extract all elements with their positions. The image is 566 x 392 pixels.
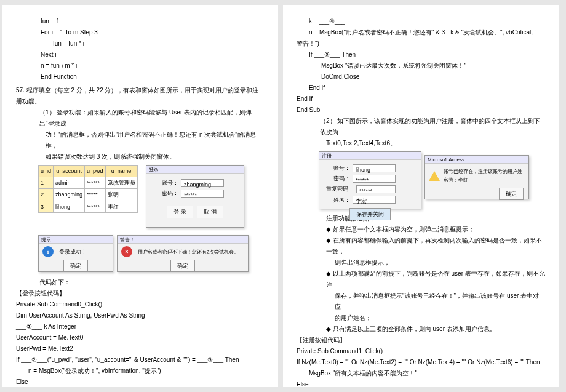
code: MsgBox "所有文本框的内容不能为空！" bbox=[309, 370, 417, 377]
bullet-icon: ◆ bbox=[326, 326, 333, 332]
exists-text: 账号已经存在，注册该账号的用户姓名为：李红 bbox=[444, 167, 525, 185]
user-table-and-login-image: u_id u_account u_pwd u_name 1admin******… bbox=[38, 165, 247, 233]
label-password: 密码： bbox=[324, 174, 353, 183]
b1: 如果任意一个文本框内容为空，则弹出消息框提示； bbox=[333, 226, 474, 233]
p2b: Text0,Text2,Text4,Text6。 bbox=[326, 138, 545, 149]
success-dialog: 提示 i 登录成功！ 确定 bbox=[38, 235, 113, 272]
login-titlebar: 登录 bbox=[146, 166, 244, 174]
success-titlebar: 提示 bbox=[39, 236, 113, 244]
th-name: u_name bbox=[105, 166, 137, 177]
b3c: 的用户姓名； bbox=[335, 314, 372, 321]
code: Else bbox=[16, 378, 28, 385]
p2a: （2） 如下图所示，该窗体实现的功能为用户注册，窗体中的四个文本框从上到下依次为 bbox=[320, 116, 545, 138]
code: n = MsgBox("用户名或者密码不正确！您还有" & 3 - k & "次… bbox=[309, 29, 536, 36]
warn-text: 用户名或者密码不正确！您还有2次尝试机会。 bbox=[138, 249, 239, 255]
b3a: 以上两项都满足的前提下，判断账号是否在 user 表中存在，如果存在，则不允许 bbox=[326, 270, 545, 288]
code: n = fun \ m * i bbox=[41, 62, 77, 69]
code: UserAccount = Me.Text0 bbox=[16, 334, 83, 341]
code-blank-2-3: If ___②___("u_pwd", "user", "u_account='… bbox=[16, 356, 239, 363]
th-acct: u_account bbox=[54, 166, 85, 177]
account-input[interactable]: zhangming bbox=[181, 179, 224, 187]
code-blank-4: k = ___④___ bbox=[309, 18, 345, 25]
code: UserPwd = Me.Text2 bbox=[16, 345, 73, 352]
reg-account-input[interactable]: lihong bbox=[353, 164, 396, 172]
user-table: u_id u_account u_pwd u_name 1admin******… bbox=[38, 165, 138, 213]
label-account: 账号： bbox=[324, 163, 353, 173]
q57-p1a: （1） 登录功能：如果输入的账号和密码能够与 User 表内的记录相匹配，则弹出… bbox=[39, 107, 265, 129]
b2a: 在所有内容都确保输入的前提下，再次检测两次输入的密码是否一致，如果不一致， bbox=[326, 237, 542, 255]
code-label: 代码如下： bbox=[39, 277, 265, 288]
right-page: k = ___④___ n = MsgBox("用户名或者密码不正确！您还有" … bbox=[283, 5, 559, 387]
code: End Sub bbox=[297, 106, 320, 113]
ok-button[interactable]: 确定 bbox=[499, 188, 524, 200]
code: For i = 1 To m Step 3 bbox=[41, 29, 98, 36]
warn-icon bbox=[429, 171, 440, 181]
q57-p1c: 如果错误次数达到 3 次，则系统强制关闭窗体。 bbox=[46, 151, 265, 162]
code: Next i bbox=[41, 51, 57, 58]
cancel-button[interactable]: 取 消 bbox=[197, 206, 223, 218]
ok-button[interactable]: 确定 bbox=[170, 260, 195, 272]
login-code-section: 【登录按钮代码】 bbox=[16, 288, 265, 299]
password-input[interactable]: ****** bbox=[181, 190, 224, 198]
ok-button[interactable]: 确定 bbox=[63, 260, 88, 272]
login-dialog: 登录 账号：zhangming 密码：****** 登 录 取 消 bbox=[146, 165, 244, 228]
register-dialog: 注册 账号：lihong 密码：****** 重复密码：****** 姓名：李宏… bbox=[319, 151, 421, 209]
q57-p1b: 功！"的消息框，否则弹出"用户名和密码不正确！您还有 n 次尝试机会"的消息框； bbox=[46, 129, 265, 151]
register-titlebar: 注册 bbox=[319, 152, 421, 160]
warn-dialog: 警告！ × 用户名或者密码不正确！您还有2次尝试机会。 确定 bbox=[117, 235, 249, 272]
code: MsgBox "错误已达最大次数，系统将强制关闭窗体！" bbox=[321, 62, 466, 69]
code: End If bbox=[309, 84, 325, 91]
bullet-icon: ◆ bbox=[326, 237, 333, 244]
bullet-icon: ◆ bbox=[326, 270, 333, 277]
code-blank-5: If ___⑤___ Then bbox=[309, 51, 356, 58]
code-blank-1: ___①___ k As Integer bbox=[16, 323, 76, 330]
code: 警告！") bbox=[297, 40, 319, 47]
exists-titlebar: Microsoft Access bbox=[425, 156, 528, 164]
code: Private Sub Command1_Click() bbox=[297, 348, 383, 354]
info-icon: i bbox=[42, 246, 54, 257]
save-close-button[interactable]: 保存并关闭 bbox=[349, 208, 391, 220]
reg-pwd2-input[interactable]: ****** bbox=[356, 185, 396, 193]
code: DoCmd.Close bbox=[321, 73, 359, 80]
code: End Function bbox=[41, 73, 77, 80]
code: fun = 1 bbox=[41, 18, 60, 25]
code: fun = fun * i bbox=[53, 40, 84, 47]
q57: 57. 程序填空（每空 2 分，共 22 分），有表和窗体如图所示，用于实现对用… bbox=[16, 85, 265, 107]
b3b: 保存，并弹出消息框提示"该账号已经存在！"，并输出该账号在 user 表中对应 bbox=[335, 292, 539, 310]
warn-titlebar: 警告！ bbox=[118, 236, 248, 244]
bullet-icon: ◆ bbox=[326, 226, 333, 233]
b4: 只有满足以上三项的全部条件，则向 user 表添加用户信息。 bbox=[333, 326, 496, 332]
label-pwd2: 重复密码： bbox=[324, 184, 356, 194]
register-image-block: 注册 账号：lihong 密码：****** 重复密码：****** 姓名：李宏… bbox=[319, 151, 528, 210]
code: If Nz(Me.Text0) = "" Or Nz(Me.Text2) = "… bbox=[297, 359, 540, 366]
reg-name-input[interactable]: 李宏 bbox=[353, 196, 396, 204]
error-icon: × bbox=[121, 246, 132, 257]
exists-dialog: Microsoft Access 账号已经存在，注册该账号的用户姓名为：李红 确… bbox=[424, 155, 529, 199]
reg-pwd-input[interactable]: ****** bbox=[353, 175, 396, 183]
code: Dim UserAccount As String, UserPwd As St… bbox=[16, 312, 145, 319]
th-pwd: u_pwd bbox=[85, 166, 106, 177]
th-uid: u_id bbox=[39, 166, 54, 177]
label-account: 账号： bbox=[153, 178, 181, 188]
code: n = MsgBox("登录成功！", vbInformation, "提示") bbox=[28, 367, 161, 374]
code: End If bbox=[297, 95, 313, 102]
b2b: 则弹出消息框提示； bbox=[335, 259, 390, 266]
login-button[interactable]: 登 录 bbox=[167, 206, 193, 218]
code: Private Sub Command0_Click() bbox=[16, 301, 102, 308]
success-text: 登录成功！ bbox=[59, 249, 87, 255]
code: Else bbox=[297, 381, 308, 387]
left-page: fun = 1 For i = 1 To m Step 3 fun = fun … bbox=[2, 5, 278, 387]
label-password: 密码： bbox=[153, 188, 181, 198]
label-name: 姓名： bbox=[324, 195, 353, 205]
info-dialogs-image: 提示 i 登录成功！ 确定 警告！ × 用户名或者密码不正确！您还有2次尝试机会… bbox=[38, 235, 247, 274]
register-code-section: 【注册按钮代码】 bbox=[297, 335, 545, 346]
